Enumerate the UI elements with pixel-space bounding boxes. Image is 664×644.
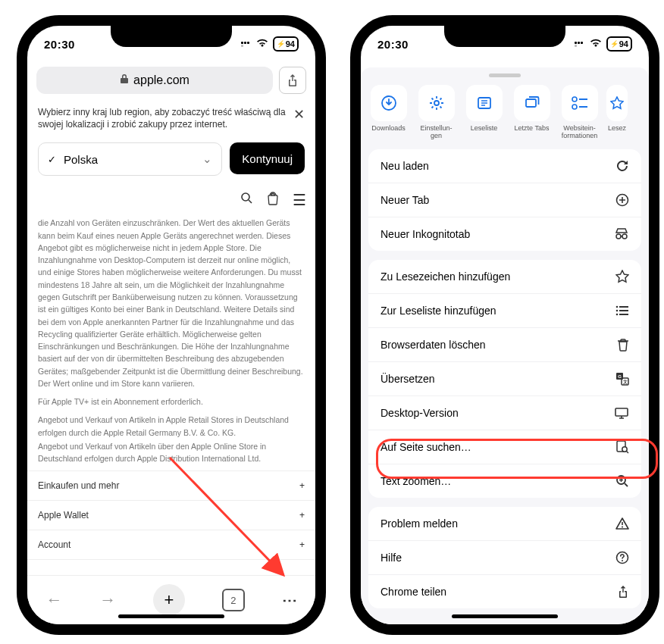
accordion-row[interactable]: Einkaufen und mehr+ bbox=[27, 471, 315, 501]
url-pill[interactable]: apple.com bbox=[36, 67, 273, 94]
quick-siteinfo[interactable]: Websitein- formationen bbox=[558, 85, 601, 140]
svg-point-10 bbox=[572, 97, 577, 102]
quick-label: Downloads bbox=[367, 124, 410, 139]
overflow-menu-button[interactable]: ⋯ bbox=[282, 591, 297, 609]
svg-point-41 bbox=[622, 526, 623, 527]
menu-item-plus[interactable]: Neuer Tab bbox=[368, 183, 641, 217]
notch bbox=[111, 24, 232, 47]
svg-rect-9 bbox=[526, 99, 536, 107]
svg-text:文: 文 bbox=[622, 379, 628, 384]
country-select[interactable]: ✓ Polska ⌄ bbox=[38, 142, 222, 176]
battery-badge: 94 bbox=[273, 36, 299, 52]
svg-point-34 bbox=[622, 446, 627, 451]
wifi-icon bbox=[256, 38, 268, 50]
zoom-icon bbox=[615, 474, 629, 488]
home-indicator bbox=[118, 614, 224, 618]
menu-item-label: Zu Lesezeichen hinzufügen bbox=[381, 270, 510, 283]
svg-point-18 bbox=[622, 234, 627, 239]
acc-label: Einkaufen und mehr bbox=[38, 480, 119, 491]
warn-icon bbox=[615, 517, 629, 530]
svg-rect-30 bbox=[615, 408, 628, 416]
wifi-icon bbox=[590, 38, 602, 50]
cellular-icon bbox=[575, 42, 585, 47]
quick-settings[interactable]: Einstellun- gen bbox=[415, 85, 458, 140]
quick-label: Letzte Tabs bbox=[510, 124, 553, 139]
menu-item-label: Neu laden bbox=[381, 160, 429, 172]
menu-item-label: Neuer Tab bbox=[381, 194, 429, 206]
quick-recent-tabs[interactable]: Letzte Tabs bbox=[510, 85, 553, 140]
new-tab-button[interactable]: + bbox=[153, 584, 185, 616]
quick-bookmarks[interactable]: Lesez bbox=[606, 85, 628, 140]
menu-item-share[interactable]: Chrome teilen bbox=[368, 574, 641, 608]
menu-item-label: Neuer Inkognitotab bbox=[381, 228, 470, 240]
site-nav: ☰ bbox=[27, 186, 315, 214]
menu-card-1: Neu ladenNeuer TabNeuer Inkognitotab bbox=[368, 149, 641, 251]
continue-button[interactable]: Kontynuuj bbox=[230, 142, 305, 174]
menu-item-star[interactable]: Zu Lesezeichen hinzufügen bbox=[368, 260, 641, 293]
svg-point-43 bbox=[622, 560, 623, 561]
search-icon[interactable] bbox=[240, 192, 253, 208]
plus-icon: + bbox=[299, 480, 305, 491]
reload-icon bbox=[615, 159, 629, 173]
lock-icon bbox=[120, 73, 129, 87]
svg-line-37 bbox=[625, 483, 628, 486]
share-button[interactable] bbox=[279, 67, 306, 94]
accordion-row[interactable]: Apple Wallet+ bbox=[27, 501, 315, 530]
menu-item-zoom[interactable]: Text zoomen… bbox=[368, 464, 641, 498]
readlist-icon bbox=[615, 305, 629, 316]
plus-icon bbox=[615, 193, 629, 207]
svg-line-1 bbox=[249, 200, 252, 203]
tvplus-text: Für Apple TV+ ist ein Abonnement erforde… bbox=[38, 395, 305, 408]
bag-icon[interactable] bbox=[267, 192, 279, 209]
share-icon bbox=[617, 585, 629, 599]
chevron-down-icon: ⌄ bbox=[202, 152, 212, 166]
accordion-row[interactable]: Account+ bbox=[27, 530, 315, 560]
translate-icon: G文 bbox=[615, 372, 629, 386]
region-row: ✓ Polska ⌄ Kontynuuj bbox=[27, 138, 315, 186]
battery-badge: 94 bbox=[606, 36, 632, 52]
menu-icon[interactable]: ☰ bbox=[293, 191, 305, 209]
notch bbox=[444, 24, 565, 47]
url-text: apple.com bbox=[133, 73, 189, 87]
menu-item-reload[interactable]: Neu laden bbox=[368, 149, 641, 183]
svg-point-25 bbox=[616, 313, 619, 315]
browser-menu-sheet: Downloads Einstellun- gen Leseliste Letz… bbox=[361, 67, 649, 624]
menu-item-findpage[interactable]: Auf Seite suchen… bbox=[368, 430, 641, 464]
menu-card-3: Problem meldenHilfeChrome teilen bbox=[368, 507, 641, 608]
menu-item-label: Hilfe bbox=[381, 552, 402, 564]
forward-button[interactable]: → bbox=[99, 590, 116, 610]
footer-accordion: Einkaufen und mehr+ Apple Wallet+ Accoun… bbox=[27, 470, 315, 560]
grabber[interactable] bbox=[489, 73, 521, 77]
svg-point-4 bbox=[434, 101, 439, 105]
menu-item-translate[interactable]: ÜbersetzenG文 bbox=[368, 361, 641, 395]
menu-item-label: Auf Seite suchen… bbox=[381, 441, 471, 453]
tabs-button[interactable]: 2 bbox=[222, 589, 245, 611]
menu-item-trash[interactable]: Browserdaten löschen bbox=[368, 327, 641, 361]
retail1-text: Angebot und Verkauf von Artikeln in Appl… bbox=[38, 414, 305, 439]
menu-item-label: Problem melden bbox=[381, 517, 458, 530]
phone-right: 20:30 94 Downloads Einstellun- gen bbox=[350, 15, 659, 635]
plus-icon: + bbox=[299, 539, 305, 550]
menu-item-label: Zur Leseliste hinzufügen bbox=[381, 305, 496, 317]
svg-point-23 bbox=[616, 305, 619, 308]
quick-label: Einstellun- gen bbox=[415, 124, 458, 140]
menu-item-warn[interactable]: Problem melden bbox=[368, 507, 641, 540]
back-button[interactable]: ← bbox=[45, 590, 62, 610]
svg-point-24 bbox=[616, 309, 619, 311]
star-icon bbox=[615, 270, 629, 283]
quick-readinglist[interactable]: Leseliste bbox=[462, 85, 506, 140]
menu-card-2: Zu Lesezeichen hinzufügenZur Leseliste h… bbox=[368, 260, 641, 498]
menu-item-desktop[interactable]: Desktop-Version bbox=[368, 395, 641, 430]
banner-text: Wybierz inny kraj lub region, aby zobacz… bbox=[38, 106, 286, 130]
menu-item-help[interactable]: Hilfe bbox=[368, 540, 641, 574]
quick-label: Leseliste bbox=[462, 124, 506, 139]
menu-item-label: Übersetzen bbox=[381, 373, 435, 385]
continue-label: Kontynuuj bbox=[242, 152, 293, 165]
quick-actions-row: Downloads Einstellun- gen Leseliste Letz… bbox=[361, 85, 649, 140]
menu-item-incognito[interactable]: Neuer Inkognitotab bbox=[368, 217, 641, 251]
menu-item-readlist[interactable]: Zur Leseliste hinzufügen bbox=[368, 293, 641, 327]
svg-text:G: G bbox=[618, 374, 622, 378]
quick-downloads[interactable]: Downloads bbox=[367, 85, 410, 140]
close-icon[interactable]: ✕ bbox=[293, 106, 305, 123]
address-bar: apple.com bbox=[27, 62, 315, 98]
